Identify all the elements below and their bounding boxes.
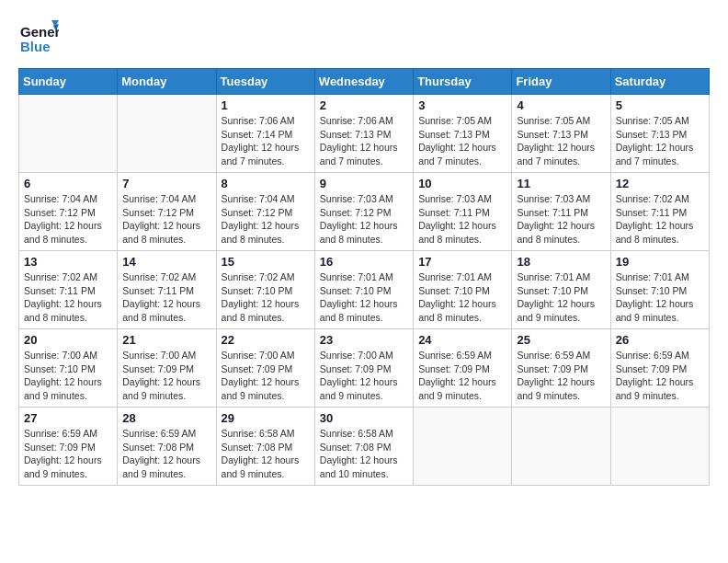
calendar-day-cell — [118, 95, 216, 173]
calendar-day-cell: 12Sunrise: 7:02 AM Sunset: 7:11 PM Dayli… — [610, 173, 709, 251]
day-info: Sunrise: 6:59 AM Sunset: 7:09 PM Dayligh… — [616, 349, 704, 403]
day-number: 26 — [616, 333, 704, 347]
weekday-header: Tuesday — [216, 69, 314, 95]
day-number: 13 — [24, 255, 112, 269]
day-info: Sunrise: 7:02 AM Sunset: 7:11 PM Dayligh… — [24, 270, 112, 325]
day-number: 6 — [24, 177, 112, 190]
calendar-week-row: 6Sunrise: 7:04 AM Sunset: 7:12 PM Daylig… — [19, 173, 710, 251]
day-info: Sunrise: 7:05 AM Sunset: 7:13 PM Dayligh… — [418, 114, 506, 168]
weekday-header: Monday — [118, 69, 216, 95]
weekday-header: Thursday — [414, 69, 512, 95]
calendar-day-cell: 24Sunrise: 6:59 AM Sunset: 7:09 PM Dayli… — [414, 329, 512, 408]
day-info: Sunrise: 7:05 AM Sunset: 7:13 PM Dayligh… — [517, 114, 605, 168]
calendar-week-row: 27Sunrise: 6:59 AM Sunset: 7:09 PM Dayli… — [19, 408, 710, 486]
day-number: 30 — [320, 411, 408, 425]
day-info: Sunrise: 6:59 AM Sunset: 7:08 PM Dayligh… — [122, 427, 210, 481]
day-number: 3 — [418, 98, 506, 112]
calendar-day-cell — [512, 408, 610, 486]
svg-text:General: General — [20, 24, 59, 40]
day-number: 25 — [517, 333, 605, 347]
day-info: Sunrise: 7:02 AM Sunset: 7:11 PM Dayligh… — [616, 192, 704, 247]
day-number: 23 — [320, 333, 408, 347]
day-number: 16 — [320, 255, 408, 269]
calendar-day-cell: 26Sunrise: 6:59 AM Sunset: 7:09 PM Dayli… — [610, 329, 709, 408]
calendar-day-cell: 21Sunrise: 7:00 AM Sunset: 7:09 PM Dayli… — [118, 329, 216, 408]
day-number: 29 — [222, 411, 310, 425]
weekday-header: Sunday — [19, 69, 118, 95]
day-number: 22 — [222, 333, 310, 347]
day-number: 28 — [122, 411, 210, 425]
calendar-day-cell: 25Sunrise: 6:59 AM Sunset: 7:09 PM Dayli… — [512, 329, 610, 408]
day-info: Sunrise: 7:03 AM Sunset: 7:11 PM Dayligh… — [517, 192, 605, 247]
day-number: 7 — [122, 177, 210, 190]
day-number: 24 — [418, 333, 506, 347]
day-number: 27 — [24, 411, 112, 425]
calendar-day-cell: 15Sunrise: 7:02 AM Sunset: 7:10 PM Dayli… — [216, 251, 314, 329]
day-number: 11 — [517, 177, 605, 190]
day-info: Sunrise: 7:06 AM Sunset: 7:13 PM Dayligh… — [320, 114, 408, 168]
calendar-day-cell: 6Sunrise: 7:04 AM Sunset: 7:12 PM Daylig… — [19, 173, 118, 251]
calendar-day-cell: 9Sunrise: 7:03 AM Sunset: 7:12 PM Daylig… — [314, 173, 413, 251]
day-number: 18 — [517, 255, 605, 269]
day-info: Sunrise: 7:06 AM Sunset: 7:14 PM Dayligh… — [222, 114, 310, 168]
calendar-day-cell: 29Sunrise: 6:58 AM Sunset: 7:08 PM Dayli… — [216, 408, 314, 486]
logo: General Blue — [18, 18, 59, 59]
day-number: 15 — [222, 255, 310, 269]
day-info: Sunrise: 7:00 AM Sunset: 7:10 PM Dayligh… — [24, 349, 112, 403]
calendar-table: SundayMondayTuesdayWednesdayThursdayFrid… — [18, 68, 710, 486]
day-info: Sunrise: 7:04 AM Sunset: 7:12 PM Dayligh… — [222, 192, 310, 247]
day-info: Sunrise: 7:01 AM Sunset: 7:10 PM Dayligh… — [616, 270, 704, 325]
calendar-week-row: 20Sunrise: 7:00 AM Sunset: 7:10 PM Dayli… — [19, 329, 710, 408]
day-info: Sunrise: 6:58 AM Sunset: 7:08 PM Dayligh… — [222, 427, 310, 481]
calendar-day-cell: 17Sunrise: 7:01 AM Sunset: 7:10 PM Dayli… — [414, 251, 512, 329]
calendar-day-cell: 7Sunrise: 7:04 AM Sunset: 7:12 PM Daylig… — [118, 173, 216, 251]
calendar-day-cell: 3Sunrise: 7:05 AM Sunset: 7:13 PM Daylig… — [414, 95, 512, 173]
day-number: 10 — [418, 177, 506, 190]
day-number: 17 — [418, 255, 506, 269]
day-number: 2 — [320, 98, 408, 112]
day-number: 1 — [222, 98, 310, 112]
page-header: General Blue — [18, 18, 710, 59]
day-number: 5 — [616, 98, 704, 112]
day-info: Sunrise: 7:01 AM Sunset: 7:10 PM Dayligh… — [320, 270, 408, 325]
day-info: Sunrise: 7:05 AM Sunset: 7:13 PM Dayligh… — [616, 114, 704, 168]
calendar-day-cell: 16Sunrise: 7:01 AM Sunset: 7:10 PM Dayli… — [314, 251, 413, 329]
calendar-day-cell: 20Sunrise: 7:00 AM Sunset: 7:10 PM Dayli… — [19, 329, 118, 408]
calendar-day-cell: 2Sunrise: 7:06 AM Sunset: 7:13 PM Daylig… — [314, 95, 413, 173]
day-number: 19 — [616, 255, 704, 269]
weekday-header: Wednesday — [314, 69, 413, 95]
day-info: Sunrise: 7:04 AM Sunset: 7:12 PM Dayligh… — [122, 192, 210, 247]
calendar-day-cell: 4Sunrise: 7:05 AM Sunset: 7:13 PM Daylig… — [512, 95, 610, 173]
day-number: 21 — [122, 333, 210, 347]
day-info: Sunrise: 6:58 AM Sunset: 7:08 PM Dayligh… — [320, 427, 408, 481]
day-info: Sunrise: 7:01 AM Sunset: 7:10 PM Dayligh… — [418, 270, 506, 325]
weekday-header: Saturday — [610, 69, 709, 95]
calendar-day-cell: 5Sunrise: 7:05 AM Sunset: 7:13 PM Daylig… — [610, 95, 709, 173]
day-info: Sunrise: 7:02 AM Sunset: 7:10 PM Dayligh… — [222, 270, 310, 325]
day-number: 20 — [24, 333, 112, 347]
calendar-week-row: 13Sunrise: 7:02 AM Sunset: 7:11 PM Dayli… — [19, 251, 710, 329]
calendar-day-cell: 30Sunrise: 6:58 AM Sunset: 7:08 PM Dayli… — [314, 408, 413, 486]
calendar-day-cell: 14Sunrise: 7:02 AM Sunset: 7:11 PM Dayli… — [118, 251, 216, 329]
calendar-header-row: SundayMondayTuesdayWednesdayThursdayFrid… — [19, 69, 710, 95]
calendar-day-cell: 1Sunrise: 7:06 AM Sunset: 7:14 PM Daylig… — [216, 95, 314, 173]
calendar-day-cell: 27Sunrise: 6:59 AM Sunset: 7:09 PM Dayli… — [19, 408, 118, 486]
calendar-day-cell — [610, 408, 709, 486]
calendar-day-cell — [19, 95, 118, 173]
calendar-day-cell: 19Sunrise: 7:01 AM Sunset: 7:10 PM Dayli… — [610, 251, 709, 329]
day-number: 12 — [616, 177, 704, 190]
day-info: Sunrise: 7:00 AM Sunset: 7:09 PM Dayligh… — [122, 349, 210, 403]
day-info: Sunrise: 6:59 AM Sunset: 7:09 PM Dayligh… — [24, 427, 112, 481]
calendar-day-cell: 13Sunrise: 7:02 AM Sunset: 7:11 PM Dayli… — [19, 251, 118, 329]
calendar-day-cell: 11Sunrise: 7:03 AM Sunset: 7:11 PM Dayli… — [512, 173, 610, 251]
calendar-week-row: 1Sunrise: 7:06 AM Sunset: 7:14 PM Daylig… — [19, 95, 710, 173]
calendar-day-cell: 23Sunrise: 7:00 AM Sunset: 7:09 PM Dayli… — [314, 329, 413, 408]
calendar-day-cell: 18Sunrise: 7:01 AM Sunset: 7:10 PM Dayli… — [512, 251, 610, 329]
day-info: Sunrise: 7:00 AM Sunset: 7:09 PM Dayligh… — [222, 349, 310, 403]
day-number: 8 — [222, 177, 310, 190]
calendar-day-cell: 10Sunrise: 7:03 AM Sunset: 7:11 PM Dayli… — [414, 173, 512, 251]
svg-text:Blue: Blue — [20, 39, 51, 54]
day-info: Sunrise: 7:04 AM Sunset: 7:12 PM Dayligh… — [24, 192, 112, 247]
calendar-day-cell: 8Sunrise: 7:04 AM Sunset: 7:12 PM Daylig… — [216, 173, 314, 251]
day-number: 4 — [517, 98, 605, 112]
